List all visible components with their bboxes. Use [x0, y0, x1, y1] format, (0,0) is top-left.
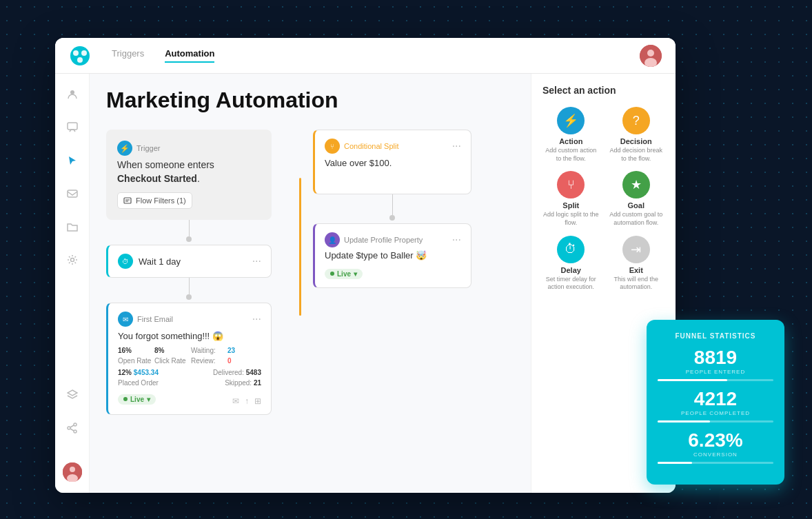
skipped-value: 21 — [254, 379, 261, 387]
funnel-conversion-bar-fill — [658, 462, 692, 464]
review-label: Review: — [191, 357, 225, 365]
svg-point-13 — [68, 427, 70, 429]
live-chevron: ▾ — [147, 396, 150, 403]
sidebar-user-avatar[interactable] — [63, 462, 82, 482]
action-item-delay[interactable]: ⏱ Delay Set timer delay for action execu… — [542, 236, 600, 292]
action-name-split: Split — [562, 201, 579, 210]
wait-node[interactable]: ⏱ Wait 1 day ··· — [106, 245, 272, 278]
split-label: Conditional Split — [344, 142, 399, 150]
panel-title: Select an action — [542, 85, 664, 96]
action-icon-split: ⑂ — [557, 171, 585, 199]
sidebar-icon-cursor[interactable] — [63, 151, 82, 170]
left-sidebar — [55, 74, 90, 493]
tab-automation[interactable]: Automation — [165, 48, 214, 63]
email-action-filter[interactable]: ⊞ — [254, 396, 261, 406]
action-name-action: Action — [559, 137, 582, 145]
canvas-content: ⚡ Trigger When someone enters Checkout S… — [106, 130, 514, 415]
action-name-decision: Decision — [620, 137, 652, 145]
action-icon-decision: ? — [622, 107, 650, 134]
funnel-entered-bar-fill — [658, 379, 727, 381]
email-action-envelope[interactable]: ✉ — [232, 396, 239, 406]
funnel-completed-bar-fill — [658, 420, 710, 423]
funnel-conversion-label: CONVERSION — [658, 451, 773, 458]
action-desc-goal: Add custom goal to automation flow. — [608, 211, 665, 227]
split-text: Value over $100. — [325, 158, 461, 185]
email-menu[interactable]: ··· — [252, 313, 261, 325]
svg-point-11 — [74, 423, 77, 426]
svg-point-2 — [81, 50, 87, 56]
main-window: Triggers Automation — [55, 38, 676, 493]
sidebar-icon-chat[interactable] — [63, 118, 82, 137]
action-item-decision[interactable]: ? Decision Add decision break to the flo… — [608, 107, 665, 163]
action-item-exit[interactable]: ⇥ Exit This will end the automation. — [608, 236, 665, 292]
action-item-split[interactable]: ⑂ Split Add logic split to the flow. — [542, 171, 600, 227]
split-left: ⑂ Conditional Split — [325, 139, 399, 154]
connector-dot-3 — [389, 215, 395, 221]
sidebar-icon-user[interactable] — [63, 85, 82, 104]
svg-point-10 — [70, 258, 74, 262]
trigger-icon: ⚡ — [117, 141, 132, 156]
review-value: 0 — [227, 357, 261, 365]
split-menu[interactable]: ··· — [452, 140, 461, 152]
funnel-conversion-bar — [658, 462, 773, 464]
waiting-label: Waiting: — [191, 347, 225, 354]
open-rate-label: Open Rate — [118, 357, 152, 365]
funnel-conversion-number: 6.23% — [658, 431, 773, 450]
funnel-entered-bar — [658, 379, 773, 381]
trigger-node[interactable]: ⚡ Trigger When someone enters Checkout S… — [106, 130, 272, 220]
update-text: Update $type to Baller 🤯 — [325, 250, 461, 261]
live-dot — [123, 397, 128, 401]
wait-icon: ⏱ — [118, 254, 133, 269]
update-menu[interactable]: ··· — [452, 234, 461, 246]
update-profile-node[interactable]: 👤 Update Profile Property ··· Update $ty… — [313, 223, 471, 288]
funnel-entered: 8819 PEOPLE ENTERED — [658, 348, 773, 381]
svg-point-15 — [70, 467, 75, 472]
sidebar-icon-folder[interactable] — [63, 217, 82, 236]
email-live-badge[interactable]: Live ▾ — [118, 394, 156, 405]
update-icon: 👤 — [325, 232, 340, 247]
trigger-label: ⚡ Trigger — [117, 141, 261, 156]
funnel-conversion: 6.23% CONVERSION — [658, 431, 773, 464]
user-avatar[interactable] — [640, 45, 662, 67]
svg-point-5 — [647, 50, 654, 57]
email-action-up[interactable]: ↑ — [245, 396, 249, 406]
skipped-row: Placed Order Skipped: 21 — [118, 379, 261, 387]
flow-filter[interactable]: Flow Filters (1) — [117, 192, 192, 209]
conditional-split-node[interactable]: ⑂ Conditional Split ··· Value over $100. — [313, 130, 471, 194]
action-item-action[interactable]: ⚡ Action Add custom action to the flow. — [542, 107, 600, 163]
split-icon: ⑂ — [325, 139, 340, 154]
right-flow-area: ⑂ Conditional Split ··· Value over $100. — [313, 130, 471, 415]
tab-triggers[interactable]: Triggers — [112, 48, 144, 63]
update-live-dot — [330, 272, 334, 276]
email-node-label: First Email — [137, 315, 173, 323]
main-canvas: Marketing Automation ⚡ Trigger When some… — [90, 74, 531, 493]
page-title: Marketing Automation — [106, 88, 514, 113]
action-desc-decision: Add decision break to the flow. — [608, 147, 665, 163]
sidebar-icon-layers[interactable] — [63, 385, 82, 405]
top-nav: Triggers Automation — [55, 38, 676, 74]
action-name-delay: Delay — [561, 266, 581, 274]
orange-line — [299, 178, 301, 316]
delivered-label: Delivered: — [213, 369, 244, 376]
update-live-badge[interactable]: Live ▾ — [325, 269, 363, 279]
svg-rect-17 — [124, 198, 131, 203]
action-icon-exit: ⇥ — [622, 236, 650, 263]
svg-rect-8 — [68, 123, 77, 130]
email-node[interactable]: ✉ First Email ··· You forgot something!!… — [106, 303, 272, 415]
action-name-exit: Exit — [629, 266, 643, 274]
sidebar-icon-share[interactable] — [63, 418, 82, 438]
delivered-row: 12% $453.34 Delivered: 5483 — [118, 369, 261, 376]
connector-3 — [392, 194, 393, 215]
connector-2 — [189, 278, 190, 294]
sidebar-icon-mail[interactable] — [63, 184, 82, 203]
email-actions: ✉ ↑ ⊞ — [232, 396, 261, 406]
action-item-goal[interactable]: ★ Goal Add custom goal to automation flo… — [608, 171, 665, 227]
connector-1 — [189, 220, 190, 236]
svg-point-3 — [77, 57, 83, 63]
funnel-title: FUNNEL STATISTICS — [658, 332, 773, 340]
action-desc-action: Add custom action to the flow. — [542, 147, 600, 163]
sidebar-icon-gear[interactable] — [63, 250, 82, 269]
email-subject: You forgot something!!! 😱 — [118, 331, 261, 341]
svg-rect-9 — [68, 190, 77, 197]
wait-menu[interactable]: ··· — [252, 255, 261, 267]
